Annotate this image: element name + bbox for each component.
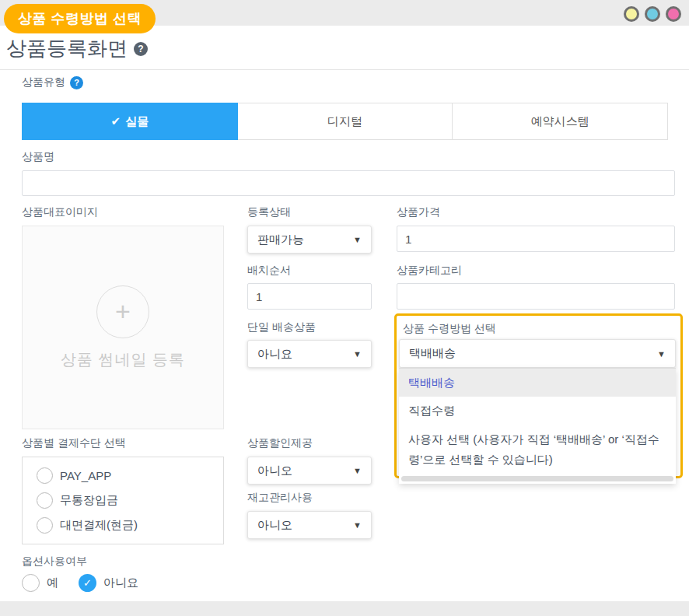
payment-option-payapp[interactable]: PAY_APP xyxy=(37,467,223,484)
chevron-down-icon: ▼ xyxy=(657,349,666,359)
dropdown-option-user-choice[interactable]: 사용자 선택 (사용자가 직접 ‘택배배송’ or ‘직접수령’으로 선택할 수… xyxy=(399,425,676,474)
reg-status-select[interactable]: 판매가능 ▼ xyxy=(247,226,372,254)
option-use-radios: 예 ✓ 아니요 xyxy=(22,574,138,592)
page-title-text: 상품등록화면 xyxy=(6,35,128,62)
price-label: 상품가격 xyxy=(397,205,440,219)
receive-method-highlight: 상품 수령방법 선택 택배배송 ▼ 택배배송 직접수령 사용자 선택 (사용자가… xyxy=(394,313,683,478)
thumbnail-upload-box[interactable]: + 상품 썸네일 등록 xyxy=(22,226,224,429)
option-use-no[interactable]: ✓ 아니요 xyxy=(79,574,138,592)
chevron-down-icon: ▼ xyxy=(353,520,362,530)
receive-method-label: 상품 수령방법 선택 xyxy=(403,322,496,336)
product-type-tabs: ✔ 실물 디지털 예약시스템 xyxy=(22,103,668,140)
chevron-down-icon: ▼ xyxy=(353,466,362,475)
header-divider xyxy=(0,69,689,70)
inventory-select[interactable]: 아니오 ▼ xyxy=(247,511,372,539)
sort-order-input[interactable] xyxy=(247,283,372,310)
thumbnail-placeholder: 상품 썸네일 등록 xyxy=(61,349,185,370)
payment-label: 상품별 결제수단 선택 xyxy=(22,436,126,450)
option-use-yes[interactable]: 예 xyxy=(22,574,58,592)
receive-method-callout-badge: 상품 수령방법 선택 xyxy=(4,4,156,33)
chevron-down-icon: ▼ xyxy=(353,349,362,359)
tab-digital[interactable]: 디지털 xyxy=(238,103,453,140)
category-input[interactable] xyxy=(397,283,675,310)
product-registration-screen: 상품 수령방법 선택 상품등록화면 ? 상품유형 ? ✔ 실물 디지털 예약시스… xyxy=(0,0,689,616)
price-input[interactable] xyxy=(397,226,675,252)
yellow-dot[interactable] xyxy=(624,6,639,22)
radio-icon[interactable] xyxy=(37,517,53,534)
thumbnail-label: 상품대표이미지 xyxy=(22,205,98,219)
radio-checked-icon[interactable]: ✓ xyxy=(79,574,96,592)
receive-method-select[interactable]: 택배배송 ▼ xyxy=(399,339,676,368)
reg-status-label: 등록상태 xyxy=(247,205,291,219)
check-icon: ✔ xyxy=(111,114,121,128)
discount-label: 상품할인제공 xyxy=(247,436,313,450)
product-name-input[interactable] xyxy=(22,170,675,196)
form-card: 상품등록화면 ? 상품유형 ? ✔ 실물 디지털 예약시스템 상품명 xyxy=(0,26,689,601)
payment-options-box: PAY_APP 무통장입금 대면결제(현금) xyxy=(22,457,224,544)
product-name-label: 상품명 xyxy=(22,150,54,164)
product-type-label: 상품유형 ? xyxy=(22,75,83,89)
single-shipping-select[interactable]: 아니요 ▼ xyxy=(247,340,372,368)
discount-select[interactable]: 아니오 ▼ xyxy=(247,457,372,485)
category-label: 상품카테고리 xyxy=(397,264,462,278)
payment-option-cash[interactable]: 대면결제(현금) xyxy=(37,517,223,534)
tab-reservation[interactable]: 예약시스템 xyxy=(453,103,668,140)
dropdown-option-courier[interactable]: 택배배송 xyxy=(399,369,676,397)
dropdown-scrollbar[interactable] xyxy=(401,476,673,481)
radio-icon[interactable] xyxy=(22,574,40,592)
page-title: 상품등록화면 ? xyxy=(6,35,148,62)
tab-physical[interactable]: ✔ 실물 xyxy=(22,103,238,140)
pink-dot[interactable] xyxy=(666,6,681,22)
inventory-label: 재고관리사용 xyxy=(247,491,313,505)
radio-icon[interactable] xyxy=(37,467,53,484)
option-use-label: 옵션사용여부 xyxy=(22,555,87,569)
cyan-dot[interactable] xyxy=(645,6,660,22)
single-shipping-label: 단일 배송상품 xyxy=(247,320,316,334)
product-type-help-icon[interactable]: ? xyxy=(70,76,83,89)
window-dots xyxy=(624,6,681,22)
dropdown-option-pickup[interactable]: 직접수령 xyxy=(399,397,676,425)
plus-icon: + xyxy=(96,285,149,338)
radio-icon[interactable] xyxy=(37,492,53,509)
sort-order-label: 배치순서 xyxy=(247,264,291,278)
help-icon[interactable]: ? xyxy=(134,42,148,56)
chevron-down-icon: ▼ xyxy=(353,235,362,244)
payment-option-bank-transfer[interactable]: 무통장입금 xyxy=(37,492,223,509)
receive-method-dropdown: 택배배송 직접수령 사용자 선택 (사용자가 직접 ‘택배배송’ or ‘직접수… xyxy=(399,368,676,484)
